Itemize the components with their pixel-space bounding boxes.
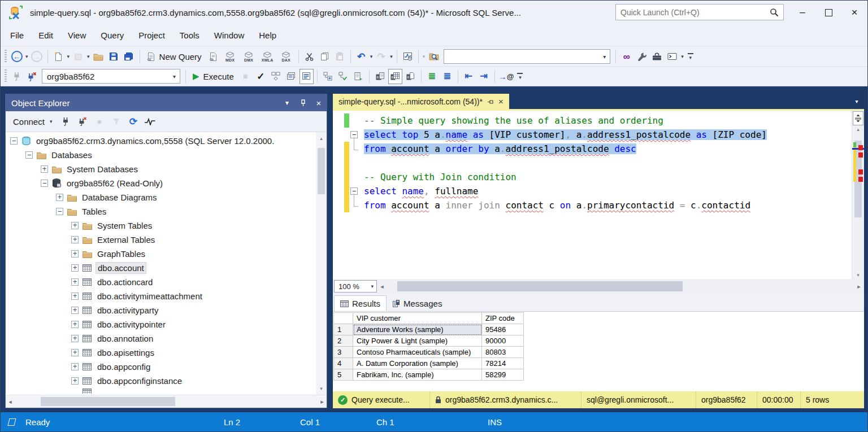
tree-item[interactable]: +System Databases bbox=[6, 162, 316, 176]
code-line[interactable] bbox=[333, 156, 852, 170]
tree-item[interactable]: +GraphTables bbox=[6, 247, 316, 261]
connect-object-explorer-button[interactable] bbox=[58, 114, 72, 129]
editor-horizontal-scrollbar[interactable] bbox=[387, 279, 854, 294]
expand-icon[interactable]: + bbox=[71, 377, 79, 385]
scroll-up-icon[interactable]: ▴ bbox=[316, 136, 327, 141]
tree-item[interactable]: +External Tables bbox=[6, 233, 316, 247]
code-line[interactable]: -- Simple query showing the use of alias… bbox=[333, 114, 852, 128]
results-to-grid-button[interactable]: 01 bbox=[388, 69, 402, 84]
expand-icon[interactable]: + bbox=[71, 222, 79, 229]
tree-vertical-scrollbar[interactable]: ▴ ▾ bbox=[316, 132, 327, 395]
decrease-indent-button[interactable]: ⇤ bbox=[462, 68, 476, 84]
uncomment-selection-button[interactable]: ≣ bbox=[440, 68, 454, 84]
tree-item-label[interactable]: System Databases bbox=[65, 164, 140, 174]
tree-item-label[interactable]: dbo.account bbox=[96, 262, 146, 274]
zip-code-cell[interactable]: 90000 bbox=[482, 335, 524, 347]
tree-item[interactable]: +dbo.activitymimeattachment bbox=[6, 289, 316, 303]
scroll-down-icon[interactable]: ▾ bbox=[852, 272, 864, 278]
tree-item-label[interactable]: Database Diagrams bbox=[80, 192, 159, 203]
grid-column-header[interactable]: ZIP code bbox=[482, 313, 524, 324]
expand-icon[interactable]: + bbox=[71, 278, 79, 286]
save-all-button[interactable] bbox=[122, 49, 136, 64]
row-number-cell[interactable]: 5 bbox=[334, 369, 353, 381]
display-estimated-plan-button[interactable] bbox=[269, 68, 283, 84]
database-combo-caret[interactable]: ▾ bbox=[169, 73, 180, 80]
scroll-left-icon[interactable]: ◂ bbox=[6, 395, 15, 408]
find-button[interactable] bbox=[427, 49, 441, 64]
object-explorer-titlebar[interactable]: Object Explorer ▾ × bbox=[6, 94, 327, 111]
navigate-back-button[interactable]: ← bbox=[10, 49, 24, 64]
save-button[interactable] bbox=[107, 49, 121, 64]
change-connection-button[interactable] bbox=[25, 68, 39, 84]
tab-messages[interactable]: Messages bbox=[387, 296, 448, 311]
expand-icon[interactable]: + bbox=[71, 349, 79, 356]
window-position-caret-icon[interactable]: ▾ bbox=[279, 94, 295, 111]
grid-column-header[interactable]: VIP customer bbox=[353, 313, 482, 324]
expand-icon[interactable]: + bbox=[71, 264, 79, 272]
toolbar1-overflow-button[interactable]: ▾ bbox=[685, 53, 696, 60]
expand-icon[interactable]: + bbox=[41, 165, 48, 173]
tree-item-label[interactable]: System Tables bbox=[96, 220, 154, 231]
menu-help[interactable]: Help bbox=[251, 24, 284, 46]
menu-project[interactable]: Project bbox=[131, 24, 172, 46]
tree-item[interactable]: +System Tables bbox=[6, 219, 316, 233]
undo-dropdown-caret[interactable]: ▾ bbox=[370, 54, 373, 59]
tree-item[interactable]: −org9ba85f62.crm3.dynamics.com,5558 (SQL… bbox=[6, 134, 316, 148]
tab-results[interactable]: Results bbox=[334, 295, 387, 311]
include-client-statistics-button[interactable] bbox=[336, 68, 350, 84]
zip-code-cell[interactable]: 78214 bbox=[482, 358, 524, 369]
database-combo[interactable]: org9ba85f62 ▾ bbox=[42, 69, 180, 84]
vip-customer-cell[interactable]: City Power & Light (sample) bbox=[353, 335, 482, 347]
editor-hscrollbar-thumb[interactable] bbox=[397, 281, 683, 291]
pin-icon[interactable] bbox=[295, 94, 311, 111]
code-text[interactable]: -- Simple query showing the use of alias… bbox=[364, 115, 663, 126]
command-window-button[interactable] bbox=[665, 49, 679, 64]
tree-item[interactable]: +dbo.annotation bbox=[6, 331, 316, 346]
sql-code-area[interactable]: -- Simple query showing the use of alias… bbox=[333, 111, 864, 279]
toolbar-grip[interactable] bbox=[5, 69, 7, 83]
copy-button[interactable] bbox=[318, 49, 332, 64]
row-number-cell[interactable]: 2 bbox=[334, 335, 353, 347]
tree-horizontal-scrollbar[interactable]: ◂ ▸ bbox=[6, 395, 327, 408]
sql-code[interactable]: -- Simple query showing the use of alias… bbox=[333, 111, 852, 279]
tree-item-label[interactable]: dbo.activityparty bbox=[96, 305, 160, 316]
collapse-icon[interactable]: − bbox=[41, 180, 48, 187]
dmx-query-button[interactable]: DMX bbox=[240, 49, 258, 64]
back-dropdown-caret[interactable]: ▾ bbox=[25, 54, 28, 59]
tree-item[interactable]: +dbo.apisettings bbox=[6, 346, 316, 360]
tree-item-label[interactable]: dbo.annotation bbox=[96, 333, 155, 344]
maximize-icon[interactable] bbox=[815, 1, 841, 24]
stop-button[interactable]: ■ bbox=[92, 114, 106, 129]
toolbox-button[interactable] bbox=[650, 49, 664, 64]
tree-item-label[interactable] bbox=[96, 388, 99, 389]
add-item-dropdown-caret[interactable]: ▾ bbox=[87, 54, 90, 59]
row-number-cell[interactable]: 3 bbox=[334, 347, 353, 358]
close-icon[interactable]: × bbox=[498, 97, 504, 106]
split-editor-handle[interactable] bbox=[853, 111, 863, 125]
scrollbar-track[interactable] bbox=[852, 136, 864, 269]
properties-window-button[interactable] bbox=[635, 49, 649, 64]
expand-icon[interactable]: + bbox=[71, 293, 79, 300]
expand-icon[interactable]: + bbox=[71, 307, 79, 314]
add-item-button[interactable] bbox=[71, 49, 85, 64]
tree-item[interactable]: +dbo.actioncard bbox=[6, 275, 316, 289]
results-to-text-button[interactable]: 01 bbox=[373, 68, 387, 84]
undo-button[interactable]: ↶ bbox=[354, 49, 368, 64]
tree-item-label[interactable]: Databases bbox=[50, 150, 94, 160]
tree-item-label[interactable]: dbo.appconfig bbox=[96, 361, 152, 372]
tree-item-label[interactable]: org9ba85f62 (Read-Only) bbox=[65, 178, 164, 189]
tree-item[interactable]: +dbo.appconfiginstance bbox=[6, 374, 316, 388]
tree-item-label[interactable]: Tables bbox=[80, 206, 108, 217]
tree-item[interactable] bbox=[6, 388, 316, 394]
intellisense-enabled-button[interactable] bbox=[300, 69, 314, 84]
document-tab[interactable]: simple-query.sql -...nmicrosoft.com (54)… bbox=[333, 94, 509, 109]
code-line[interactable]: -- Query with Join condition bbox=[333, 170, 852, 184]
tree-item-label[interactable]: dbo.actioncard bbox=[96, 277, 154, 287]
row-number-cell[interactable]: 4 bbox=[334, 358, 353, 369]
results-to-file-button[interactable]: 01 bbox=[403, 68, 418, 84]
activity-monitor-button[interactable] bbox=[401, 49, 415, 64]
tree-item[interactable]: −Tables bbox=[6, 204, 316, 219]
tree-item[interactable]: +dbo.activitypointer bbox=[6, 317, 316, 331]
menu-query[interactable]: Query bbox=[93, 24, 131, 46]
increase-indent-button[interactable]: ⇥ bbox=[477, 68, 491, 84]
